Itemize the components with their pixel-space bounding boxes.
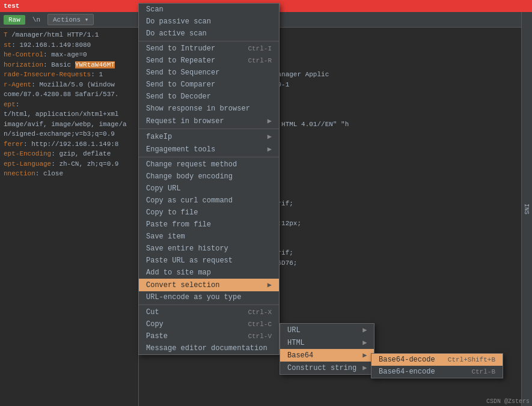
menu-fakeip-label: fakeIp — [146, 133, 172, 141]
arrow-construct: ▶ — [362, 363, 367, 372]
menu-url-encode[interactable]: URL-encode as you type — [139, 291, 279, 303]
menu-scan[interactable]: Scan — [139, 4, 279, 16]
menu-active-scan[interactable]: Do active scan — [139, 28, 279, 40]
menu-change-method-label: Change request method — [146, 160, 237, 169]
line-11: n/signed-exchange;v=b3;q=0.9 — [4, 129, 135, 139]
menu-engagement[interactable]: Engagement tools ▶ — [139, 143, 279, 156]
menu-send-comparer-label: Send to Comparer — [146, 80, 215, 89]
menu-request-browser-label: Request in browser — [146, 117, 224, 126]
menu-request-browser[interactable]: Request in browser ▶ — [139, 115, 279, 127]
menu-paste[interactable]: Paste Ctrl-V — [139, 330, 279, 342]
menu-change-body[interactable]: Change body encoding — [139, 171, 279, 183]
line-7: come/87.0.4280.88 Safari/537. — [4, 89, 135, 100]
arrow-html: ▶ — [362, 338, 367, 347]
line-1: T /manager/html HTTP/1.1 — [4, 30, 135, 40]
left-actions-btn[interactable]: Actions ▾ — [47, 14, 94, 25]
shortcut-cut: Ctrl-X — [248, 309, 272, 316]
arrow-request-browser: ▶ — [268, 117, 272, 126]
menu-change-method[interactable]: Change request method — [139, 159, 279, 171]
menu-copy-file[interactable]: Copy to file — [139, 207, 279, 219]
line-12: ferer: http://192.168.1.149:8 — [4, 139, 135, 150]
arrow-fakeip: ▶ — [268, 132, 272, 141]
menu-paste-label: Paste — [146, 332, 168, 341]
menu-copy[interactable]: Copy Ctrl-C — [139, 318, 279, 330]
menu-show-response[interactable]: Show response in browser — [139, 103, 279, 115]
shortcut-paste: Ctrl-V — [248, 333, 272, 340]
menu-convert-selection[interactable]: Convert selection ▶ — [139, 279, 279, 291]
menu-copy-curl[interactable]: Copy as curl command — [139, 195, 279, 207]
title-text: test — [4, 2, 19, 10]
shortcut-b64-decode: Ctrl+Shift+B — [448, 356, 495, 363]
menu-passive-scan[interactable]: Do passive scan — [139, 16, 279, 28]
convert-submenu: URL ▶ HTML ▶ Base64 ▶ Construct string ▶ — [280, 323, 375, 375]
menu-paste-url-label: Paste URL as request — [146, 256, 233, 265]
menu-send-decoder-label: Send to Decoder — [146, 92, 211, 101]
line-8: ept: — [4, 100, 135, 110]
menu-save-item[interactable]: Save item — [139, 231, 279, 243]
line-15: nnection: close — [4, 169, 135, 179]
sep-2 — [139, 129, 279, 129]
base64-submenu: Base64-decode Ctrl+Shift+B Base64-encode… — [371, 353, 503, 378]
shortcut-copy: Ctrl-C — [248, 321, 272, 328]
left-raw-tab[interactable]: Raw — [4, 15, 25, 25]
menu-send-sequencer[interactable]: Send to Sequencer — [139, 67, 279, 79]
arrow-engagement: ▶ — [268, 145, 272, 154]
base64-encode[interactable]: Base64-encode Ctrl-B — [371, 366, 503, 378]
convert-base64[interactable]: Base64 ▶ — [280, 349, 374, 362]
convert-base64-label: Base64 — [287, 351, 313, 360]
convert-url-label: URL — [287, 326, 301, 335]
menu-save-history[interactable]: Save entire history — [139, 243, 279, 255]
menu-send-intruder[interactable]: Send to Intruder Ctrl-I — [139, 43, 279, 55]
menu-copy-label: Copy — [146, 320, 164, 329]
menu-send-repeater-label: Send to Repeater — [146, 56, 215, 65]
menu-send-repeater[interactable]: Send to Repeater Ctrl-R — [139, 55, 279, 67]
menu-cut[interactable]: Cut Ctrl-X — [139, 306, 279, 318]
menu-paste-file[interactable]: Paste from file — [139, 219, 279, 231]
menu-add-sitemap[interactable]: Add to site map — [139, 267, 279, 279]
menu-url-encode-label: URL-encode as you type — [146, 293, 241, 301]
menu-copy-url-label: Copy URL — [146, 184, 181, 193]
menu-send-comparer[interactable]: Send to Comparer — [139, 79, 279, 91]
menu-save-history-label: Save entire history — [146, 244, 228, 253]
sep-4 — [139, 304, 279, 305]
line-13: ept-Encoding: gzip, deflate — [4, 149, 135, 159]
convert-html-label: HTML — [287, 339, 305, 347]
line-10: image/avif, image/webp, image/a — [4, 120, 135, 130]
menu-msg-doc[interactable]: Message editor documentation — [139, 342, 279, 354]
shortcut-b64-encode: Ctrl-B — [471, 368, 495, 375]
menu-paste-url[interactable]: Paste URL as request — [139, 255, 279, 267]
sep-3 — [139, 157, 279, 157]
left-content: T /manager/html HTTP/1.1 st: 192.168.1.1… — [0, 28, 138, 181]
sep-1 — [139, 41, 279, 41]
line-5: rade-Insecure-Requests: 1 — [4, 70, 135, 80]
convert-html[interactable]: HTML ▶ — [280, 336, 374, 349]
menu-scan-label: Scan — [146, 5, 164, 14]
arrow-url: ▶ — [362, 326, 367, 335]
menu-send-sequencer-label: Send to Sequencer — [146, 68, 219, 77]
line-6: r-Agent: Mozilla/5.0 (Window — [4, 80, 135, 90]
menu-send-decoder[interactable]: Send to Decoder — [139, 91, 279, 103]
base64-encode-label: Base64-encode — [379, 368, 435, 376]
menu-add-sitemap-label: Add to site map — [146, 268, 211, 277]
line-2: st: 192.168.1.149:8080 — [4, 40, 135, 50]
inspector-panel: INS Sel S D Qu Bo Re Re Re — [521, 12, 532, 406]
arrow-base64: ▶ — [362, 351, 367, 360]
context-menu: Scan Do passive scan Do active scan Send… — [138, 3, 280, 355]
line-4: horization: Basic YWRtaW46MT — [4, 60, 135, 70]
base64-decode[interactable]: Base64-decode Ctrl+Shift+B — [371, 354, 503, 366]
menu-passive-scan-label: Do passive scan — [146, 17, 211, 26]
menu-fakeip[interactable]: fakeIp ▶ — [139, 130, 279, 143]
left-n-tab[interactable]: \n — [28, 15, 45, 25]
menu-engagement-label: Engagement tools — [146, 145, 215, 154]
arrow-convert: ▶ — [268, 280, 272, 289]
menu-msg-doc-label: Message editor documentation — [146, 344, 268, 353]
convert-construct[interactable]: Construct string ▶ — [280, 362, 374, 374]
menu-copy-file-label: Copy to file — [146, 208, 198, 217]
convert-url[interactable]: URL ▶ — [280, 324, 374, 336]
main-container: test Raw \n Actions ▾ T /manager/html HT… — [0, 0, 532, 406]
base64-decode-label: Base64-decode — [379, 356, 435, 364]
menu-active-scan-label: Do active scan — [146, 29, 207, 38]
menu-copy-url[interactable]: Copy URL — [139, 183, 279, 195]
menu-save-item-label: Save item — [146, 232, 185, 241]
menu-cut-label: Cut — [146, 308, 159, 317]
